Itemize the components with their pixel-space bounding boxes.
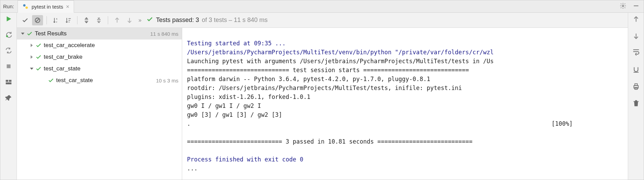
console-line: Process finished with exit code 0 xyxy=(187,156,303,163)
pass-icon xyxy=(48,77,54,83)
run-icon[interactable] xyxy=(4,15,13,23)
svg-text:a: a xyxy=(56,18,58,20)
tree-leaf-time: 10 s 3 ms xyxy=(156,78,178,83)
collapse-all-icon[interactable] xyxy=(93,15,104,25)
pin-icon[interactable] xyxy=(4,94,13,102)
pass-icon xyxy=(27,31,33,37)
svg-rect-10 xyxy=(6,82,11,85)
trash-icon[interactable] xyxy=(632,100,640,108)
console-line: rootdir: /Users/jetbrains/PycharmProject… xyxy=(187,85,462,91)
svg-line-12 xyxy=(36,19,39,22)
console-line: ============================= test sessi… xyxy=(187,67,469,74)
console-line: ... xyxy=(187,165,198,172)
console-line: Launching pytest with arguments /Users/j… xyxy=(187,58,494,65)
svg-rect-8 xyxy=(6,80,8,82)
show-passed-icon[interactable] xyxy=(20,15,31,25)
toggle-auto-test-icon[interactable] xyxy=(4,46,13,55)
console-line: /Users/jetbrains/PycharmProjects/MultiTe… xyxy=(187,49,494,56)
scroll-down-icon[interactable] xyxy=(632,32,640,41)
console-line: Testing started at 09:35 ... xyxy=(187,40,286,47)
console-output[interactable]: Testing started at 09:35 ... /Users/jetb… xyxy=(182,28,628,180)
tab-label: pytest in tests xyxy=(32,4,63,10)
layout-icon[interactable] xyxy=(4,78,13,86)
svg-rect-9 xyxy=(9,80,11,82)
pass-icon xyxy=(35,66,42,72)
chevron-right-icon[interactable] xyxy=(29,55,35,59)
console-line: plugins: xdist-1.26.1, forked-1.0.1 xyxy=(187,93,310,100)
pass-icon xyxy=(35,42,42,48)
console-line: =========================== 3 passed in … xyxy=(187,138,472,145)
sort-alpha-icon[interactable]: az xyxy=(50,15,61,25)
tree-node[interactable]: test_car_accelerate xyxy=(17,40,182,51)
pytest-icon xyxy=(22,3,29,10)
rerun-failed-icon[interactable] xyxy=(4,31,13,39)
run-label: Run: xyxy=(3,3,14,9)
console-line: gw0 I / gw1 I / gw2 I xyxy=(187,102,261,109)
tree-node[interactable]: test_car_state xyxy=(17,63,182,75)
tree-node-label: test_car_accelerate xyxy=(44,42,178,49)
svg-rect-7 xyxy=(7,65,10,68)
stop-icon[interactable] xyxy=(4,62,13,70)
test-tree[interactable]: Test Results 11 s 840 ms test_car_accele… xyxy=(17,28,182,180)
pass-icon xyxy=(35,54,42,60)
svg-point-4 xyxy=(622,5,624,7)
status-check-icon xyxy=(146,16,153,24)
expand-all-icon[interactable] xyxy=(81,15,92,25)
svg-text:z: z xyxy=(56,20,58,23)
chevron-down-icon[interactable] xyxy=(20,32,26,36)
svg-rect-16 xyxy=(635,84,637,86)
status-summary: of 3 tests – 11 s 840 ms xyxy=(202,16,268,24)
console-line: platform darwin -- Python 3.6.4, pytest-… xyxy=(187,76,430,82)
console-line: .[100%] xyxy=(187,119,624,128)
settings-icon[interactable] xyxy=(620,2,626,10)
tree-node-label: test_car_brake xyxy=(44,54,178,60)
chevron-right-icon[interactable] xyxy=(29,43,35,47)
chevron-down-icon[interactable] xyxy=(29,67,35,71)
svg-rect-3 xyxy=(25,8,28,8)
tree-root-time: 11 s 840 ms xyxy=(150,31,178,37)
tree-root-label: Test Results xyxy=(35,30,150,37)
tree-leaf-label: test_car_state xyxy=(56,77,156,84)
svg-rect-2 xyxy=(23,5,25,6)
tree-leaf[interactable]: test_car_state 10 s 3 ms xyxy=(17,75,182,86)
status-passed-label: Tests passed: 3 xyxy=(156,16,199,24)
tree-node[interactable]: test_car_brake xyxy=(17,51,182,63)
close-tab-icon[interactable]: ✕ xyxy=(66,4,70,9)
scroll-up-icon[interactable] xyxy=(632,15,640,24)
more-icon[interactable]: » xyxy=(136,17,144,23)
console-line: gw0 [3] / gw1 [3] / gw2 [3] xyxy=(187,111,282,118)
tree-root[interactable]: Test Results 11 s 840 ms xyxy=(17,28,182,40)
print-icon[interactable] xyxy=(632,83,640,91)
minimize-icon[interactable] xyxy=(633,2,640,10)
prev-test-icon[interactable] xyxy=(112,15,123,25)
tree-node-label: test_car_state xyxy=(44,65,178,72)
next-test-icon[interactable] xyxy=(124,15,135,25)
scroll-to-end-icon[interactable] xyxy=(632,66,640,75)
show-ignored-icon[interactable] xyxy=(32,15,43,25)
svg-point-6 xyxy=(6,35,8,37)
sort-duration-icon[interactable] xyxy=(63,15,74,25)
run-config-tab[interactable]: pytest in tests ✕ xyxy=(18,0,74,13)
soft-wrap-icon[interactable] xyxy=(632,49,640,58)
